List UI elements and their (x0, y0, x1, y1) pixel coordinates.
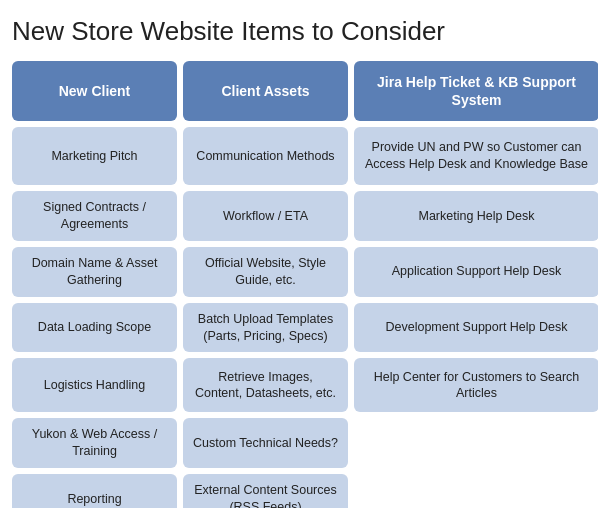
page-title: New Store Website Items to Consider (12, 16, 586, 47)
col1-item-6: Yukon & Web Access / Training (12, 418, 177, 468)
col3-item-4: Development Support Help Desk (354, 303, 598, 353)
col2-item-5: Retrieve Images, Content, Datasheets, et… (183, 358, 348, 412)
col1-item-7: Reporting (12, 474, 177, 508)
col3-item-1: Provide UN and PW so Customer can Access… (354, 127, 598, 185)
col3-spacer-1 (354, 418, 598, 468)
col-header-2: Client Assets (183, 61, 348, 121)
col1-item-3: Domain Name & Asset Gathering (12, 247, 177, 297)
col1-item-5: Logistics Handling (12, 358, 177, 412)
col2-item-4: Batch Upload Templates (Parts, Pricing, … (183, 303, 348, 353)
col3-spacer-2 (354, 474, 598, 508)
col3-item-2: Marketing Help Desk (354, 191, 598, 241)
col1-item-4: Data Loading Scope (12, 303, 177, 353)
col3-item-5: Help Center for Customers to Search Arti… (354, 358, 598, 412)
col2-item-6: Custom Technical Needs? (183, 418, 348, 468)
col2-item-1: Communication Methods (183, 127, 348, 185)
col-header-3: Jira Help Ticket & KB Support System (354, 61, 598, 121)
col2-item-3: Official Website, Style Guide, etc. (183, 247, 348, 297)
col2-item-7: External Content Sources (RSS Feeds) (183, 474, 348, 508)
col3-item-3: Application Support Help Desk (354, 247, 598, 297)
col-header-1: New Client (12, 61, 177, 121)
main-grid: New Client Client Assets Jira Help Ticke… (12, 61, 586, 508)
col2-item-2: Workflow / ETA (183, 191, 348, 241)
col1-item-1: Marketing Pitch (12, 127, 177, 185)
col1-item-2: Signed Contracts / Agreements (12, 191, 177, 241)
